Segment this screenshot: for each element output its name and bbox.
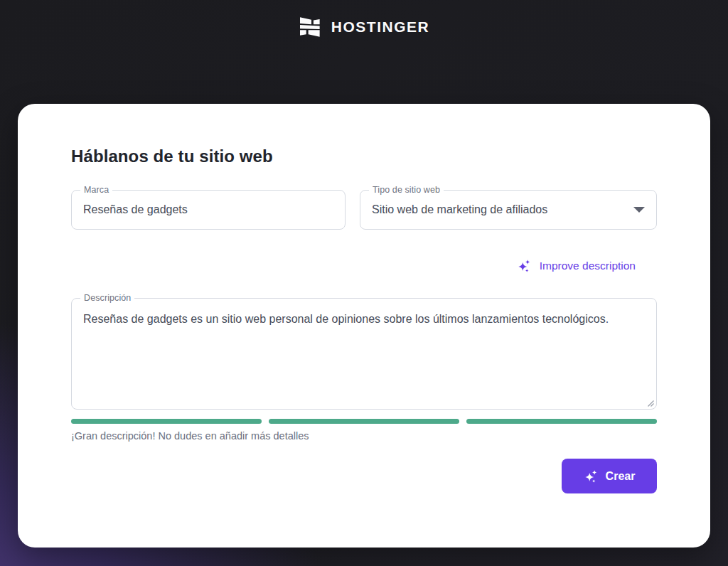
hostinger-h-icon [299,16,321,38]
page-title: Háblanos de tu sitio web [71,146,657,166]
chevron-down-icon [633,207,645,213]
site-type-select[interactable]: Tipo de sitio web Sitio web de marketing… [360,190,657,230]
onboarding-card: Háblanos de tu sitio web Marca Tipo de s… [18,104,710,548]
description-quality-bars [71,419,657,424]
brand-field: Marca [71,190,346,230]
quality-bar-segment [269,419,459,424]
quality-bar-segment [71,419,262,424]
sparkles-icon [517,258,532,274]
hostinger-logo: HOSTINGER [299,16,429,38]
app-header: HOSTINGER [0,0,728,104]
fields-row: Marca Tipo de sitio web Sitio web de mar… [71,190,657,230]
sparkles-icon [584,469,599,484]
site-type-label: Tipo de sitio web [369,184,444,196]
create-button[interactable]: Crear [562,459,657,493]
site-type-value: Sitio web de marketing de afiliados [372,203,547,216]
brand-field-label: Marca [80,184,112,196]
description-textarea[interactable]: Reseñas de gadgets es un sitio web perso… [72,299,656,409]
description-field-label: Descripción [80,292,134,304]
improve-description-row: Improve description [71,257,657,274]
brand-input[interactable] [72,191,345,229]
improve-description-label: Improve description [540,260,636,272]
description-quality-message: ¡Gran descripción! No dudes en añadir má… [71,430,657,442]
improve-description-button[interactable]: Improve description [517,258,636,274]
brand-wordmark: HOSTINGER [331,18,429,36]
quality-bar-segment [466,419,657,424]
create-button-label: Crear [606,470,636,483]
description-block: Descripción Reseñas de gadgets es un sit… [71,298,657,410]
actions-row: Crear [71,459,657,493]
description-field: Descripción Reseñas de gadgets es un sit… [71,298,657,410]
